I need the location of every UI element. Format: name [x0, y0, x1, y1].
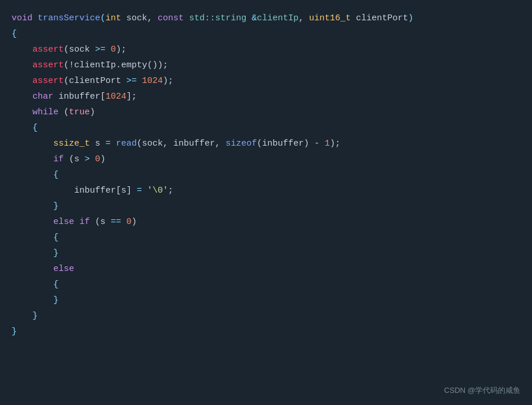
token: == [111, 214, 121, 230]
token: while [32, 104, 59, 120]
token: ) [90, 104, 95, 120]
token: { [32, 120, 38, 136]
token [105, 42, 111, 57]
token: } [53, 198, 59, 214]
token [12, 120, 32, 136]
token: ) [408, 10, 413, 26]
token: (sock, inbuffer, [137, 136, 225, 151]
token: inbuffer[s] [74, 183, 137, 198]
token: (sock [64, 42, 95, 57]
token: assert [32, 57, 64, 73]
token: ) [132, 214, 137, 230]
token: } [53, 245, 59, 261]
token: (!clientIp.empty()); [64, 57, 168, 73]
token: = [137, 183, 142, 198]
token: ( [100, 10, 105, 26]
token: clientIp [257, 10, 298, 26]
token: read [116, 136, 137, 151]
token [12, 57, 32, 73]
token: sizeof [225, 136, 257, 151]
token [12, 245, 53, 261]
token: s [90, 136, 105, 151]
token [32, 10, 38, 26]
token: { [53, 230, 59, 245]
code-line: } [12, 308, 520, 324]
token: ); [116, 42, 126, 57]
code-line: { [12, 26, 520, 42]
token: { [12, 26, 17, 42]
code-line: { [12, 167, 520, 183]
watermark: CSDN @学代码的咸鱼 [444, 382, 520, 398]
token: assert [32, 73, 64, 89]
code-content: void transService(int sock, const std::s… [12, 10, 520, 339]
token: 1 [325, 136, 330, 151]
token: (inbuffer) - [257, 136, 325, 151]
code-line: void transService(int sock, const std::s… [12, 10, 520, 26]
token [90, 151, 95, 167]
token: = [105, 136, 111, 151]
token: 1024 [142, 73, 163, 89]
token [12, 183, 74, 198]
token: sock, [121, 10, 158, 26]
token: '\0' [147, 183, 168, 198]
token: ]; [126, 89, 137, 104]
token [111, 136, 116, 151]
token: { [53, 167, 59, 183]
code-editor: void transService(int sock, const std::s… [0, 0, 532, 405]
token [12, 89, 32, 104]
code-line: assert(sock >= 0); [12, 42, 520, 57]
token: , [298, 10, 309, 26]
token: transService [38, 10, 100, 26]
token [121, 214, 126, 230]
token [12, 73, 32, 89]
token: (clientPort [64, 73, 126, 89]
token [12, 136, 53, 151]
code-line: { [12, 120, 520, 136]
code-line: assert(!clientIp.empty()); [12, 57, 520, 73]
token [12, 214, 53, 230]
token: clientPort [351, 10, 408, 26]
token [12, 167, 53, 183]
code-line: while (true) [12, 104, 520, 120]
token [12, 292, 53, 308]
token: ; [168, 183, 173, 198]
code-line: } [12, 245, 520, 261]
token: void [12, 10, 32, 26]
token: } [12, 324, 17, 339]
token: 0 [95, 151, 100, 167]
token [12, 198, 53, 214]
code-line: if (s > 0) [12, 151, 520, 167]
code-line: } [12, 324, 520, 339]
token [137, 73, 142, 89]
token: 0 [126, 214, 132, 230]
token: else [53, 261, 74, 277]
code-line: else [12, 261, 520, 277]
token [12, 277, 53, 292]
code-line: } [12, 292, 520, 308]
token [142, 183, 147, 198]
token: true [69, 104, 90, 120]
token [12, 104, 32, 120]
token: (s [90, 214, 111, 230]
token: } [32, 308, 38, 324]
token [12, 42, 32, 57]
code-line: inbuffer[s] = '\0'; [12, 183, 520, 198]
token: { [53, 277, 59, 292]
token: ( [59, 104, 69, 120]
token: int [105, 10, 121, 26]
token: assert [32, 42, 64, 57]
token: >= [95, 42, 105, 57]
token: ssize_t [53, 136, 90, 151]
code-line: { [12, 277, 520, 292]
token: ) [100, 151, 105, 167]
code-line: { [12, 230, 520, 245]
code-line: ssize_t s = read(sock, inbuffer, sizeof(… [12, 136, 520, 151]
token: inbuffer[ [53, 89, 105, 104]
token [12, 230, 53, 245]
code-line: } [12, 198, 520, 214]
code-line: else if (s == 0) [12, 214, 520, 230]
token: else if [53, 214, 90, 230]
token [12, 308, 32, 324]
code-line: char inbuffer[1024]; [12, 89, 520, 104]
token: std::string [189, 10, 246, 26]
